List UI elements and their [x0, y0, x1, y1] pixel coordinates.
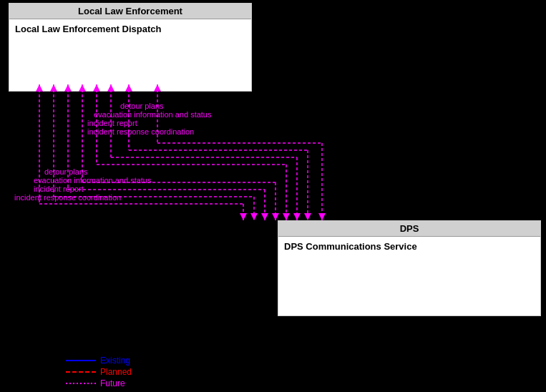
- svg-text:detour plans: detour plans: [120, 102, 164, 110]
- svg-text:incident report: incident report: [87, 119, 137, 127]
- svg-marker-38: [50, 84, 57, 92]
- svg-marker-32: [154, 84, 161, 92]
- svg-marker-36: [79, 84, 86, 92]
- svg-marker-39: [36, 84, 43, 92]
- svg-marker-19: [272, 213, 279, 220]
- svg-text:evacuation information and sta: evacuation information and status: [94, 110, 212, 119]
- svg-marker-11: [293, 213, 301, 220]
- svg-marker-33: [125, 84, 132, 92]
- svg-text:Existing: Existing: [100, 356, 130, 366]
- svg-marker-15: [283, 213, 290, 220]
- svg-marker-7: [304, 213, 311, 220]
- svg-text:evacuation information and sta: evacuation information and status: [34, 176, 152, 185]
- svg-marker-27: [250, 213, 258, 220]
- svg-text:incident report: incident report: [34, 185, 84, 193]
- svg-marker-37: [64, 84, 72, 92]
- svg-marker-31: [240, 213, 247, 220]
- svg-marker-35: [93, 84, 100, 92]
- diagram-svg: detour plans evacuation information and …: [0, 0, 546, 392]
- svg-text:incident response coordination: incident response coordination: [87, 127, 194, 136]
- svg-text:incident response coordination: incident response coordination: [14, 193, 121, 202]
- svg-text:Future: Future: [100, 378, 125, 388]
- svg-text:detour plans: detour plans: [44, 167, 88, 176]
- diagram-container: Local Law Enforcement Local Law Enforcem…: [0, 0, 546, 392]
- svg-marker-34: [107, 84, 114, 92]
- svg-marker-3: [318, 213, 326, 220]
- svg-marker-23: [261, 213, 268, 220]
- svg-text:Planned: Planned: [100, 367, 132, 377]
